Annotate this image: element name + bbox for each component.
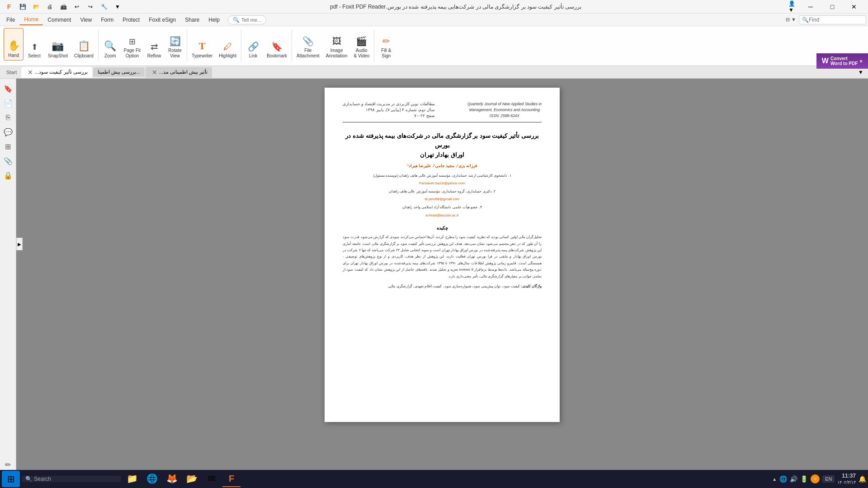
highlight-tool-button[interactable]: 🖊 Highlight — [216, 28, 239, 61]
maximize-button[interactable]: □ — [822, 0, 843, 14]
audiovideo-tool-button[interactable]: 🎬 Audio& Video — [351, 28, 372, 61]
zoom-icon: 🔍 — [104, 40, 116, 52]
ribbon: ✋ Hand ⬆ Select 📷 SnapShot 📋 Clipboard 🔍… — [0, 26, 868, 66]
fillsign-tool-button[interactable]: ✏ Fill &Sign — [376, 28, 396, 61]
start-button[interactable]: ⊞ — [2, 471, 20, 487]
tab-2[interactable]: ...بررسی بیش اطمینا — [93, 67, 145, 77]
taskbar-mail[interactable]: ✉ — [203, 471, 221, 487]
convert-banner-arrow: » — [859, 58, 863, 64]
menu-help[interactable]: Help — [204, 15, 224, 25]
sidebar-copy-btn[interactable]: ⎘ — [2, 111, 14, 124]
undo-button[interactable]: ↩ — [71, 1, 82, 12]
hand-icon: ✋ — [8, 40, 20, 52]
imageanno-tool-button[interactable]: 🖼 ImageAnnotation — [323, 28, 350, 61]
menu-protect[interactable]: Protect — [118, 15, 144, 25]
sidebar-attachments-btn[interactable]: 📎 — [2, 155, 14, 167]
ribbon-display-btn[interactable]: ⊟ ▼ — [786, 17, 796, 23]
fileattachment-tool-button[interactable]: 📎 FileAttachment — [294, 28, 322, 61]
reflow-tool-button[interactable]: ⇄ Reflow — [144, 28, 164, 61]
sidebar-comments-btn[interactable]: 💬 — [2, 126, 14, 138]
sidebar-bookmark-btn[interactable]: 🔖 — [2, 82, 14, 95]
save-button[interactable]: 💾 — [17, 1, 28, 12]
rotate-icon: 🔄 — [170, 36, 181, 47]
taskbar: ⊞ 🔍 Search 📁 🌐 🦊 📂 ✉ F ▲ 🌐 🔊 🔋 ☀ EN 11:3… — [0, 470, 868, 488]
print-button[interactable]: 🖨 — [44, 1, 55, 12]
search-icon: 🔍 — [233, 17, 240, 23]
menu-file[interactable]: File — [2, 15, 19, 25]
sidebar-layers-btn[interactable]: ⊞ — [2, 140, 14, 153]
pdf-affil1-email: Farzaneh.bazzi@yahoo.com — [343, 180, 542, 187]
menu-form[interactable]: Form — [96, 15, 118, 25]
more-button[interactable]: ▼ — [112, 1, 123, 12]
pagefit-tool-button[interactable]: ⊞ Page FitOption — [121, 28, 143, 61]
taskbar-files[interactable]: 📂 — [183, 471, 201, 487]
tell-me-box[interactable]: 🔍 Tell me... — [228, 15, 266, 24]
taskbar-chrome[interactable]: 🌐 — [143, 471, 161, 487]
snapshot-tool-button[interactable]: 📷 SnapShot — [45, 28, 71, 61]
network-icon[interactable]: 🌐 — [779, 475, 787, 483]
link-tool-button[interactable]: 🔗 Link — [243, 28, 263, 61]
bookmark-icon: 🔖 — [271, 41, 283, 52]
notification-chevron[interactable]: ▲ — [772, 477, 777, 482]
tab-1-close[interactable]: ✕ — [28, 69, 33, 76]
bookmark-tool-button[interactable]: 🔖 Bookmark — [264, 28, 290, 61]
sidebar-edit-btn[interactable]: ✏ — [2, 458, 14, 471]
chrome-icon: 🌐 — [146, 473, 158, 484]
battery-icon[interactable]: 🔋 — [800, 475, 808, 483]
find-input[interactable] — [809, 17, 863, 23]
tab-3-close[interactable]: ✕ — [152, 69, 157, 76]
pdf-viewer: Quarterly Journal of New Applied Studies… — [16, 79, 868, 474]
zoom-tool-button[interactable]: 🔍 Zoom — [100, 28, 120, 61]
menu-share[interactable]: Share — [180, 15, 204, 25]
menu-view[interactable]: View — [75, 15, 96, 25]
clock-time: 11:37 — [837, 473, 856, 480]
find-icon: 🔍 — [802, 17, 809, 23]
titlebar-left: F 💾 📂 🖨 📠 ↩ ↪ 🔧 ▼ — [4, 1, 123, 12]
close-button[interactable]: ✕ — [844, 0, 864, 14]
zoom-label: Zoom — [104, 53, 116, 59]
taskbar-firefox[interactable]: 🦊 — [163, 471, 181, 487]
sidebar-collapse-button[interactable]: ▶ — [16, 238, 23, 250]
tab-1-label: بررسی تأثیر کیفیت سود... — [35, 69, 87, 75]
taskbar-foxit[interactable]: F — [222, 471, 241, 487]
rotate-tool-button[interactable]: 🔄 RotateView — [165, 28, 185, 61]
explorer-icon: 📁 — [127, 473, 138, 484]
tools-button[interactable]: 🔧 — [99, 1, 109, 12]
taskbar-clock[interactable]: 11:37 ۱۴۰۲/۳/۱۳ — [837, 473, 856, 486]
hand-tool-button[interactable]: ✋ Hand — [4, 28, 24, 61]
taskbar-right: ▲ 🌐 🔊 🔋 ☀ EN 11:37 ۱۴۰۲/۳/۱۳ 🔔 — [772, 473, 866, 486]
pdf-header: Quarterly Journal of New Applied Studies… — [343, 101, 542, 122]
start-tab[interactable]: Start — [2, 68, 21, 77]
volume-icon[interactable]: 🔊 — [790, 475, 797, 483]
menu-home[interactable]: Home — [19, 14, 43, 25]
tab-1[interactable]: بررسی تأثیر کیفیت سود... ✕ — [21, 67, 92, 78]
foxit-logo-icon: F — [4, 1, 14, 12]
clipboard-tool-button[interactable]: 📋 Clipboard — [71, 28, 96, 61]
tab-3[interactable]: تأثیر بیش اطمینانی مد... ✕ — [146, 67, 212, 78]
taskbar-search[interactable]: 🔍 Search — [22, 476, 121, 482]
typewriter-tool-button[interactable]: T Typewriter — [189, 28, 215, 61]
menu-foxitsign[interactable]: Foxit eSign — [144, 15, 180, 25]
firefox-icon: 🦊 — [166, 473, 178, 484]
select-tool-button[interactable]: ⬆ Select — [24, 28, 44, 61]
notification-bell-icon[interactable]: 🔔 — [859, 475, 866, 483]
open-button[interactable]: 📂 — [31, 1, 42, 12]
scan-button[interactable]: 📠 — [58, 1, 69, 12]
account-button[interactable]: 👤 ▼ — [788, 1, 799, 12]
minimize-button[interactable]: ─ — [800, 0, 821, 14]
redo-button[interactable]: ↪ — [85, 1, 96, 12]
find-box[interactable]: 🔍 — [799, 15, 866, 24]
hand-label: Hand — [8, 53, 19, 58]
sidebar-security-btn[interactable]: 🔒 — [2, 169, 14, 182]
pdf-affil2: ۲. دکتری حسابداری، گروه حسابداری، مؤسسه … — [343, 188, 542, 195]
clipboard-label: Clipboard — [74, 53, 94, 59]
titlebar: F 💾 📂 🖨 📠 ↩ ↪ 🔧 ▼ بررسی تأثیر کیفیت سود … — [0, 0, 868, 14]
language-button[interactable]: EN — [822, 475, 835, 483]
convert-banner[interactable]: W Convert Word to PDF » — [816, 53, 868, 69]
tab-3-label: تأثیر بیش اطمینانی مد... — [159, 69, 208, 75]
taskbar-explorer[interactable]: 📁 — [123, 471, 141, 487]
pdf-affil1-email-text: Farzaneh.bazzi@yahoo.com — [419, 181, 465, 185]
typewriter-label: Typewriter — [192, 53, 212, 59]
menu-comment[interactable]: Comment — [43, 15, 75, 25]
sidebar-pages-btn[interactable]: 📄 — [2, 97, 14, 109]
